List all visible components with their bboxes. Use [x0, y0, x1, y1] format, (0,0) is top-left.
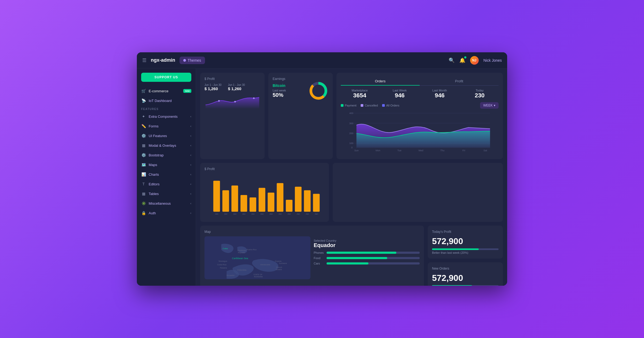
chevron-icon: ‹: [190, 192, 191, 195]
stat-food: Food: [314, 256, 420, 260]
country-name: Equador: [314, 242, 420, 248]
sidebar-item-ui-features[interactable]: ⚙️ UI Features ‹: [137, 131, 196, 141]
stat-cars: Cars: [314, 262, 420, 265]
stat-marketplace: Marketplace 3654: [341, 89, 379, 99]
chevron-icon: ‹: [190, 163, 191, 166]
svg-text:STATE OF: STATE OF: [254, 274, 262, 275]
profit-amount-1: $ 1,260: [204, 86, 221, 91]
search-icon[interactable]: 🔍: [449, 57, 455, 63]
sidebar-item-label: Editors: [149, 182, 188, 186]
svg-text:Caribbean Sea: Caribbean Sea: [232, 257, 248, 260]
svg-text:Jan: Jan: [215, 213, 218, 215]
sidebar-item-bootstrap[interactable]: ⚙️ Bootstrap ‹: [137, 150, 196, 160]
svg-text:Jan: Jan: [224, 213, 228, 215]
themes-button[interactable]: Themes: [180, 57, 205, 64]
support-button[interactable]: SUPPORT US: [141, 73, 191, 82]
svg-text:Jan: Jan: [233, 213, 236, 215]
sidebar-item-label: Maps: [149, 163, 188, 167]
themes-dot: [183, 59, 186, 62]
sidebar-item-maps[interactable]: 🗺️ Maps ‹: [137, 160, 196, 170]
main-layout: SUPPORT US 🛒 E-commerce new 📡 IoT Dashbo…: [137, 68, 507, 286]
profit-mini-title: $ Profit: [204, 77, 260, 81]
legend-label: All Orders: [386, 104, 399, 107]
stat-label: Last Week: [381, 89, 419, 92]
stat-label: Cars: [314, 262, 324, 265]
svg-text:Dominican: Dominican: [237, 249, 246, 251]
svg-text:Jan: Jan: [242, 213, 246, 215]
sidebar-item-editors[interactable]: T Editors ‹: [137, 179, 196, 189]
maps-icon: 🗺️: [141, 163, 146, 167]
themes-label: Themes: [188, 58, 201, 63]
svg-text:Jan: Jan: [297, 213, 300, 215]
charts-icon: 📊: [141, 172, 146, 177]
auth-icon: 🔒: [141, 211, 146, 215]
right-panel: Today's Profit 572,900 Better than last …: [428, 226, 503, 286]
svg-text:Suriname: Suriname: [279, 262, 287, 264]
svg-rect-46: [211, 236, 305, 279]
sidebar-item-ecommerce[interactable]: 🛒 E-commerce new: [137, 86, 196, 96]
chevron-icon: ‹: [190, 153, 191, 157]
sidebar-item-extra-components[interactable]: ✦ Extra Components ‹: [137, 112, 196, 121]
svg-text:100: 100: [349, 142, 353, 145]
new-orders-title: New Orders: [432, 267, 499, 270]
svg-rect-24: [231, 185, 238, 212]
sidebar-item-label: E-commerce: [149, 89, 181, 93]
new-badge: new: [183, 89, 191, 93]
svg-text:Republic: Republic: [238, 252, 246, 254]
svg-rect-30: [286, 200, 292, 212]
stat-today: Today 230: [461, 89, 499, 99]
tab-profit[interactable]: Profit: [420, 77, 499, 85]
avatar[interactable]: NJ: [470, 56, 479, 65]
sidebar-item-auth[interactable]: 🔒 Auth ‹: [137, 208, 196, 218]
svg-text:Wed: Wed: [418, 149, 423, 152]
map-inner: Cuba Dominican Republic Puerto Rico Cari…: [204, 236, 420, 279]
chevron-icon: ‹: [190, 124, 191, 128]
week-button[interactable]: WEEK ▾: [480, 102, 499, 109]
sidebar-item-misc[interactable]: ✳️ Miscellaneous ‹: [137, 199, 196, 208]
notif-badge: [464, 56, 466, 58]
svg-text:Jan: Jan: [287, 213, 291, 215]
stat-bar-bg: [327, 257, 420, 259]
sidebar-item-label: Tables: [149, 192, 188, 196]
svg-point-1: [234, 101, 236, 102]
tab-orders[interactable]: Orders: [341, 77, 420, 85]
chevron-icon: ‹: [190, 211, 191, 215]
profit-date-label-2: Jun 1 - Jun 30: [228, 83, 245, 86]
chevron-icon: ‹: [190, 115, 191, 118]
dropdown-icon: ▾: [494, 104, 495, 107]
profit-bar-chart: Jan Jan Jan Jan Jan Jan Jan Jan Jan Jan …: [204, 174, 325, 216]
notifications-icon[interactable]: 🔔: [459, 57, 465, 63]
profit-mini-dates: Jun 1 - Jun 30 $ 1,260 Jun 1 - Jun 30 $ …: [204, 83, 260, 91]
sidebar-item-iot[interactable]: 📡 IoT Dashboard: [137, 96, 196, 105]
sidebar-item-forms[interactable]: ✏️ Forms ‹: [137, 121, 196, 131]
row3: Map Cuba Dominican Republic P: [200, 226, 503, 286]
earnings-card: Earnings Bitcoin Last week 50%: [268, 73, 333, 159]
today-profit-card: Today's Profit 572,900 Better than last …: [428, 226, 503, 259]
sidebar-item-label: Bootstrap: [149, 153, 188, 157]
stat-value: 230: [461, 92, 499, 99]
country-stats: Selected Country Equador Phones Food: [314, 239, 420, 279]
row2-right-spacer: [333, 163, 503, 222]
sidebar-item-charts[interactable]: 📊 Charts ‹: [137, 170, 196, 179]
svg-text:Nicaragua: Nicaragua: [219, 260, 227, 262]
sidebar-item-tables[interactable]: ▦ Tables ‹: [137, 189, 196, 199]
sidebar-item-label: IoT Dashboard: [149, 99, 191, 103]
svg-rect-28: [268, 193, 275, 212]
modal-icon: ▦: [141, 143, 146, 148]
svg-rect-31: [295, 187, 302, 212]
stat-phones: Phones: [314, 251, 420, 254]
legend-dot: [341, 104, 343, 107]
stat-value: 3654: [341, 92, 379, 99]
hamburger-icon[interactable]: ☰: [142, 57, 147, 63]
sidebar-item-modal[interactable]: ▦ Modal & Overlays ‹: [137, 141, 196, 150]
svg-rect-32: [304, 190, 311, 212]
new-orders-card: New Orders 572,900 Better than last week…: [428, 262, 503, 286]
svg-text:Jan: Jan: [306, 213, 309, 215]
svg-text:Jan: Jan: [260, 213, 264, 215]
stat-bar-fill: [327, 257, 387, 259]
content-area: $ Profit Jun 1 - Jun 30 $ 1,260 Jun 1 - …: [196, 68, 507, 286]
stat-value: 946: [421, 92, 459, 99]
svg-point-0: [218, 100, 220, 102]
sidebar-item-label: Auth: [149, 211, 188, 215]
profit-bar-title: $ Profit: [204, 167, 325, 171]
